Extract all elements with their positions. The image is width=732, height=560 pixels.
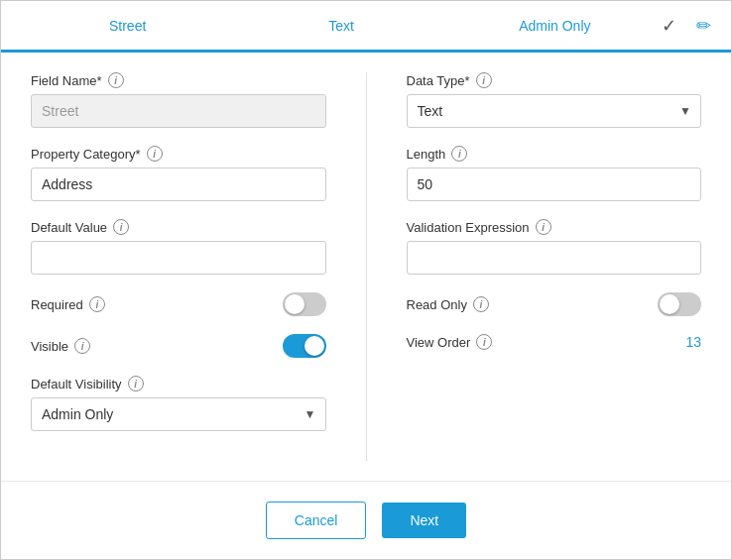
default-value-group: Default Value i: [31, 219, 326, 275]
visible-group: Visible i: [31, 334, 326, 358]
field-name-label: Field Name* i: [31, 72, 326, 88]
column-divider: [366, 72, 367, 461]
length-input[interactable]: [407, 168, 702, 201]
data-type-label: Data Type* i: [407, 72, 702, 88]
field-name-group: Field Name* i: [31, 72, 326, 128]
check-icon[interactable]: ✓: [662, 15, 676, 37]
read-only-group: Read Only i: [407, 292, 702, 316]
default-value-info-icon[interactable]: i: [113, 219, 129, 235]
view-order-label: View Order i: [407, 334, 493, 350]
default-visibility-info-icon[interactable]: i: [128, 376, 144, 392]
required-label: Required i: [31, 296, 105, 312]
default-visibility-label: Default Visibility i: [31, 376, 326, 392]
next-button[interactable]: Next: [382, 503, 466, 538]
field-name-info-icon[interactable]: i: [108, 72, 124, 88]
form-columns: Field Name* i Property Category* i Defau…: [31, 72, 701, 461]
default-value-input[interactable]: [31, 241, 326, 275]
view-order-value: 13: [685, 334, 701, 350]
length-label: Length i: [407, 146, 702, 162]
read-only-toggle[interactable]: [658, 292, 701, 316]
header: Street Text Admin Only ✓ ✏: [1, 1, 731, 53]
right-column: Data Type* i Text Number Date Boolean ▼ …: [407, 72, 702, 461]
header-tab-street[interactable]: Street: [21, 18, 234, 34]
default-visibility-select[interactable]: Admin Only All Users Internal Only: [31, 397, 326, 431]
header-tab-text[interactable]: Text: [234, 18, 447, 34]
data-type-select[interactable]: Text Number Date Boolean: [407, 94, 702, 128]
main-content: Field Name* i Property Category* i Defau…: [1, 53, 731, 481]
default-visibility-select-wrapper: Admin Only All Users Internal Only ▼: [31, 397, 326, 431]
property-category-info-icon[interactable]: i: [147, 146, 163, 162]
read-only-slider: [658, 292, 701, 316]
default-visibility-group: Default Visibility i Admin Only All User…: [31, 376, 326, 431]
required-slider: [283, 292, 326, 316]
default-value-label: Default Value i: [31, 219, 326, 235]
view-order-row: View Order i 13: [407, 334, 702, 350]
read-only-label: Read Only i: [407, 296, 489, 312]
property-category-input[interactable]: [31, 168, 326, 201]
view-order-group: View Order i 13: [407, 334, 702, 350]
visible-toggle[interactable]: [283, 334, 326, 358]
tab-admin-label: Admin Only: [519, 18, 590, 34]
data-type-select-wrapper: Text Number Date Boolean ▼: [407, 94, 702, 128]
visible-toggle-row: Visible i: [31, 334, 326, 358]
field-name-input: [31, 94, 326, 128]
validation-expression-label: Validation Expression i: [407, 219, 702, 235]
read-only-toggle-row: Read Only i: [407, 292, 702, 316]
visible-info-icon[interactable]: i: [74, 338, 90, 354]
tab-street-label: Street: [109, 18, 146, 34]
property-category-label: Property Category* i: [31, 146, 326, 162]
required-toggle[interactable]: [283, 292, 326, 316]
cancel-button[interactable]: Cancel: [266, 502, 367, 539]
validation-expression-group: Validation Expression i: [407, 219, 702, 275]
footer: Cancel Next: [1, 481, 731, 559]
header-action-icons: ✓ ✏: [662, 15, 711, 37]
required-info-icon[interactable]: i: [89, 296, 105, 312]
data-type-group: Data Type* i Text Number Date Boolean ▼: [407, 72, 702, 128]
property-category-group: Property Category* i: [31, 146, 326, 201]
tab-text-label: Text: [328, 18, 354, 34]
length-info-icon[interactable]: i: [451, 146, 467, 162]
required-group: Required i: [31, 292, 326, 316]
validation-expression-input[interactable]: [407, 241, 702, 275]
visible-slider: [283, 334, 326, 358]
validation-expression-info-icon[interactable]: i: [536, 219, 551, 235]
visible-label: Visible i: [31, 338, 90, 354]
data-type-info-icon[interactable]: i: [476, 72, 492, 88]
header-tab-admin-only[interactable]: Admin Only: [448, 18, 662, 34]
left-column: Field Name* i Property Category* i Defau…: [31, 72, 326, 461]
required-toggle-row: Required i: [31, 292, 326, 316]
view-order-info-icon[interactable]: i: [476, 334, 492, 350]
read-only-info-icon[interactable]: i: [473, 296, 489, 312]
length-group: Length i: [407, 146, 702, 201]
edit-icon[interactable]: ✏: [696, 15, 711, 37]
